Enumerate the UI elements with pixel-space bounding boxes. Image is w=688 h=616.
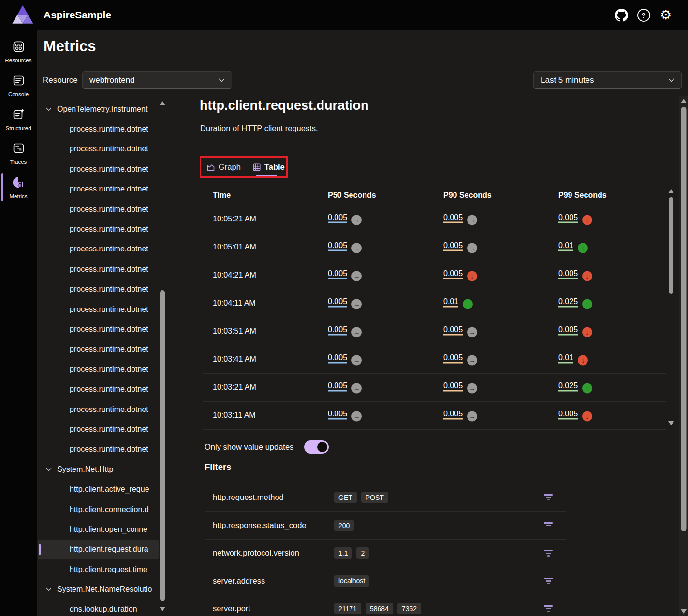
github-icon[interactable]	[614, 7, 629, 23]
scroll-down-arrow[interactable]	[681, 609, 687, 614]
metric-value-link[interactable]: 0.005	[443, 325, 463, 335]
metric-value-link[interactable]: 0.005	[558, 325, 578, 335]
tab-graph[interactable]: Graph	[206, 162, 241, 172]
annotation-box: Graph Table	[200, 156, 288, 178]
tree-item-label: process.runtime.dotnet	[70, 385, 148, 394]
time-range-value: Last 5 minutes	[541, 75, 668, 85]
time-range-select[interactable]: Last 5 minutes	[533, 71, 682, 89]
scroll-up-arrow[interactable]	[681, 99, 687, 103]
metric-value-link[interactable]: 0.005	[443, 410, 463, 420]
metric-value-link[interactable]: 0.005	[328, 297, 347, 307]
metric-value-link[interactable]: 0.005	[443, 353, 463, 364]
metric-value-link[interactable]: 0.005	[328, 410, 347, 420]
metric-value-link[interactable]: 0.005	[443, 269, 463, 279]
metric-value-link[interactable]: 0.005	[328, 353, 347, 364]
tree-item-process.runtime.dotnet[interactable]: process.runtime.dotnet	[38, 179, 159, 199]
tab-table[interactable]: Table	[252, 162, 285, 172]
metric-value-link[interactable]: 0.01	[558, 241, 573, 251]
tree-item-process.runtime.dotnet[interactable]: process.runtime.dotnet	[38, 139, 159, 159]
table-row: 10:05:21 AM0.005→0.005→0.005↓	[203, 205, 666, 233]
p90-cell: 0.01↑	[443, 297, 473, 309]
chevron-down-icon	[668, 78, 674, 82]
metric-value-link[interactable]: 0.005	[328, 325, 347, 335]
tree-item-process.runtime.dotnet[interactable]: process.runtime.dotnet	[38, 399, 159, 419]
column-header: P50 Seconds	[328, 191, 376, 200]
tree-item-dns.lookup.duration[interactable]: dns.lookup.duration	[38, 600, 159, 616]
sidebar-item-label: Structured	[5, 125, 31, 131]
sidebar-item-structured[interactable]: Structured	[0, 103, 37, 136]
sidebar-item-console[interactable]: Console	[0, 69, 37, 103]
p90-cell: 0.005→	[443, 381, 477, 394]
sidebar-item-metrics[interactable]: Metrics	[0, 170, 37, 204]
tree-item-process.runtime.dotnet[interactable]: process.runtime.dotnet	[38, 359, 159, 379]
tree-item-process.runtime.dotnet[interactable]: process.runtime.dotnet	[38, 339, 159, 359]
tree-item-process.runtime.dotnet[interactable]: process.runtime.dotnet	[38, 299, 159, 319]
filter-icon[interactable]	[543, 521, 553, 530]
sidebar-item-resources[interactable]: Resources	[0, 35, 37, 69]
tree-item-http.client.open_conne[interactable]: http.client.open_conne	[38, 519, 159, 539]
tree-item-http.client.connection.d[interactable]: http.client.connection.d	[38, 499, 159, 519]
tree-item-process.runtime.dotnet[interactable]: process.runtime.dotnet	[38, 239, 159, 259]
metric-value-link[interactable]: 0.005	[328, 213, 347, 223]
metric-value-link[interactable]: 0.005	[558, 410, 578, 420]
filter-icon[interactable]	[543, 576, 553, 585]
scroll-down-arrow[interactable]	[160, 607, 165, 611]
metric-value-link[interactable]: 0.01	[558, 353, 573, 364]
tree-item-label: process.runtime.dotnet	[70, 405, 148, 414]
chevron-down-icon	[46, 107, 52, 111]
metric-value-link[interactable]: 0.005	[328, 241, 347, 251]
scroll-down-arrow[interactable]	[668, 421, 674, 425]
settings-gear-icon[interactable]: ⚙	[658, 7, 673, 23]
sidebar-item-traces[interactable]: Traces	[0, 136, 37, 170]
metrics-tree: OpenTelemetry.Instrumentprocess.runtime.…	[38, 99, 159, 616]
metric-value-link[interactable]: 0.01	[443, 297, 458, 307]
metric-value-link[interactable]: 0.005	[558, 213, 578, 223]
tree-scrollbar	[159, 99, 166, 614]
tree-item-process.runtime.dotnet[interactable]: process.runtime.dotnet	[38, 419, 159, 439]
tree-item-http.client.request.time[interactable]: http.client.request.time	[38, 559, 159, 579]
scroll-up-arrow[interactable]	[160, 101, 165, 105]
metric-value-link[interactable]: 0.005	[443, 381, 463, 392]
filter-icon[interactable]	[543, 604, 553, 613]
tree-item-process.runtime.dotnet[interactable]: process.runtime.dotnet	[38, 199, 159, 219]
tree-item-http.client.active_reque[interactable]: http.client.active_reque	[38, 479, 159, 499]
metric-value-link[interactable]: 0.005	[328, 381, 347, 392]
tree-item-process.runtime.dotnet[interactable]: process.runtime.dotnet	[38, 219, 159, 239]
resource-select[interactable]: webfrontend	[82, 71, 232, 89]
scrollbar-thumb[interactable]	[681, 107, 686, 531]
tree-item-process.runtime.dotnet[interactable]: process.runtime.dotnet	[38, 379, 159, 399]
filters-heading: Filters	[205, 462, 232, 472]
tree-item-process.runtime.dotnet[interactable]: process.runtime.dotnet	[38, 319, 159, 339]
trend-down-icon: ↓	[578, 355, 588, 366]
metric-value-link[interactable]: 0.005	[328, 269, 347, 279]
help-icon[interactable]: ?	[636, 7, 651, 23]
tree-group-System.Net.NameResolutio[interactable]: System.Net.NameResolutio	[38, 579, 159, 599]
tree-item-process.runtime.dotnet[interactable]: process.runtime.dotnet	[38, 159, 159, 179]
tree-item-process.runtime.dotnet[interactable]: process.runtime.dotnet	[38, 259, 159, 279]
filter-list: http.request.methodGETPOSThttp.response.…	[205, 484, 566, 616]
metric-value-link[interactable]: 0.005	[558, 269, 578, 279]
only-show-value-updates-toggle[interactable]	[304, 440, 329, 454]
filter-row-network.protocol.version: network.protocol.version1.12	[205, 539, 566, 567]
tree-item-process.runtime.dotnet[interactable]: process.runtime.dotnet	[38, 279, 159, 299]
time-cell: 10:04:11 AM	[213, 299, 256, 308]
scroll-up-arrow[interactable]	[668, 189, 674, 193]
tree-group-OpenTelemetry.Instrument[interactable]: OpenTelemetry.Instrument	[38, 99, 159, 119]
metrics-icon	[12, 176, 25, 191]
filter-name: network.protocol.version	[213, 548, 334, 557]
metric-value-link[interactable]: 0.025	[558, 381, 578, 392]
time-cell: 10:03:41 AM	[213, 355, 256, 364]
filter-icon[interactable]	[543, 493, 553, 502]
filter-icon[interactable]	[543, 549, 553, 557]
page-scrollbar	[679, 96, 688, 616]
scrollbar-thumb[interactable]	[669, 197, 673, 294]
metric-value-link[interactable]: 0.025	[558, 297, 578, 307]
metric-value-link[interactable]: 0.005	[443, 241, 463, 251]
tree-item-process.runtime.dotnet[interactable]: process.runtime.dotnet	[38, 119, 159, 139]
scrollbar-thumb[interactable]	[160, 290, 165, 601]
tree-item-process.runtime.dotnet[interactable]: process.runtime.dotnet	[38, 440, 159, 459]
tree-item-label: System.Net.Http	[57, 465, 113, 474]
tree-item-http.client.request.dura[interactable]: http.client.request.dura	[38, 540, 159, 559]
metric-value-link[interactable]: 0.005	[443, 213, 463, 223]
tree-group-System.Net.Http[interactable]: System.Net.Http	[38, 459, 159, 479]
